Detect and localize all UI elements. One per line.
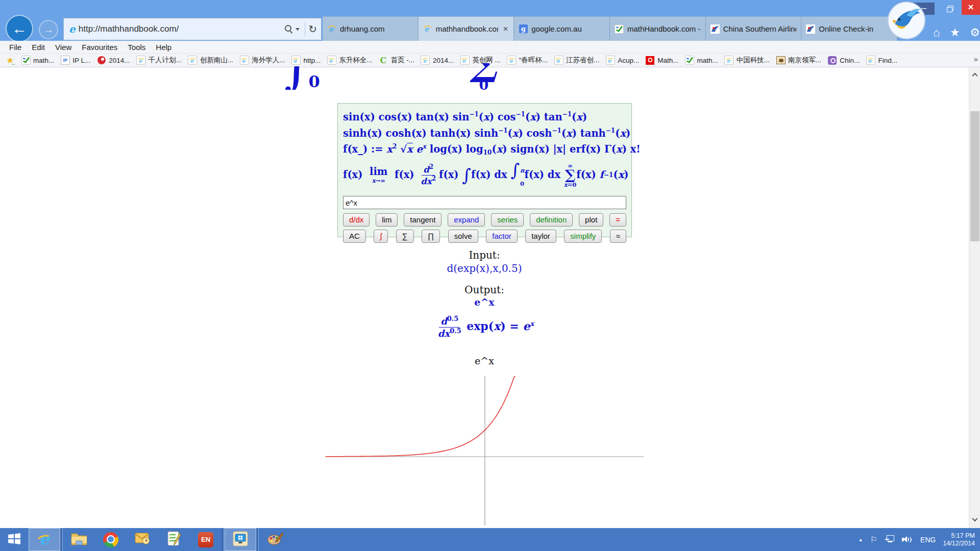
ie-taskbar-button[interactable]: e [29,528,60,551]
paint-taskbar-button[interactable] [259,528,291,551]
tab-label: China Southern Airline... [723,24,797,33]
tab-close-icon[interactable]: × [502,24,509,34]
notes-taskbar-button[interactable] [158,528,190,551]
scroll-up-arrow[interactable] [969,70,980,80]
ie-doc-icon: e [724,56,734,65]
url-text[interactable]: http://mathhandbook.com/ [79,24,283,34]
search-dropdown-icon[interactable] [296,28,300,31]
scroll-thumb[interactable] [970,111,979,241]
calc-button-∑[interactable]: ∑ [396,230,414,243]
favorite-item-14[interactable]: e江苏省创... [551,56,602,65]
favorite-item-4[interactable]: 2014... [93,56,133,65]
favorite-item-11[interactable]: e2014... [418,56,457,65]
favorite-item-1[interactable]: ★→ [2,56,18,65]
ie-doc-icon: e [421,56,430,65]
favorite-label: 东升杯全... [339,56,372,65]
tab-4[interactable]: mathHandbook.com -... [610,16,706,41]
favorite-item-19[interactable]: 南京领军... [773,56,824,65]
menu-view[interactable]: View [50,43,77,52]
chrome-taskbar-button[interactable] [95,528,127,551]
expression-input[interactable]: e^x [343,196,626,209]
favorite-label: 创新南山... [200,56,233,65]
calc-button-∏[interactable]: ∏ [422,230,440,243]
clock-date: 14/12/2014 [943,540,975,547]
calc-button-≈[interactable]: ≈ [610,230,626,243]
menu-favourites[interactable]: Favourites [77,43,122,52]
favorite-item-15[interactable]: eAcup... [602,56,642,65]
tab-3[interactable]: ggoogle.com.au [514,16,610,41]
refresh-icon[interactable]: ↻ [308,24,317,34]
favorite-item-3[interactable]: iPIP L... [57,56,93,65]
calc-button-=[interactable]: = [609,213,626,227]
calc-button-∫[interactable]: ∫ [374,230,388,243]
close-button[interactable]: × [962,0,980,15]
endnote-taskbar-button[interactable]: EN [190,528,222,551]
calc-button-taylor[interactable]: taylor [525,230,556,243]
menu-file[interactable]: File [4,43,27,52]
tab-label: mathhandbook.com [436,24,499,33]
mathtool-icon [21,56,31,65]
menu-tools[interactable]: Tools [122,43,151,52]
favorite-item-2[interactable]: math... [18,56,57,65]
calc-button-simplify[interactable]: simplify [564,230,602,243]
clock[interactable]: 5:17 PM 14/12/2014 [943,532,975,547]
favorite-item-20[interactable]: Chin... [824,56,863,65]
favorite-item-18[interactable]: e中国科技... [721,56,773,65]
favorite-item-13[interactable]: e“春晖杯... [504,56,551,65]
start-taskbar-button[interactable] [0,528,29,551]
calc-button-series[interactable]: series [491,213,524,227]
favorite-item-6[interactable]: e创新南山... [185,56,236,65]
action-center-flag-icon[interactable]: ⚐ [870,535,877,544]
menu-edit[interactable]: Edit [27,43,50,52]
favorite-item-5[interactable]: e千人计划... [133,56,185,65]
forward-button[interactable]: → [39,20,58,39]
search-icon[interactable] [284,24,293,34]
network-icon[interactable] [885,535,895,544]
menu-help[interactable]: Help [151,43,177,52]
math-reference-line-2: sinh(x) cosh(x) tanh(x) sinh−1(x) cosh−1… [343,124,626,140]
favorite-label: 2014... [109,57,130,64]
calc-button-expand[interactable]: expand [448,213,485,227]
back-button[interactable]: ← [6,15,33,42]
tray-chevron-icon[interactable]: ▲ [859,537,863,542]
favorite-label: math... [33,57,54,64]
scroll-down-arrow[interactable] [969,515,980,524]
calc-button-AC[interactable]: AC [343,230,366,243]
outlook-taskbar-button[interactable] [127,528,158,551]
scrollbar[interactable] [969,67,980,528]
favorites-star-icon[interactable]: ★ [950,27,960,38]
gear-icon[interactable]: ⚙ [970,27,980,38]
home-icon[interactable]: ⌂ [933,27,940,38]
green-c-icon: C [378,56,388,65]
explorer-taskbar-button[interactable] [63,528,95,551]
calc-button-plot[interactable]: plot [579,213,603,227]
address-bar[interactable]: e http://mathhandbook.com/ ↻ [63,18,322,40]
ie-doc-icon: e [188,56,198,65]
calc-button-d/dx[interactable]: d/dx [343,213,370,227]
tab-2[interactable]: emathhandbook.com× [419,16,514,41]
calc-button-tangent[interactable]: tangent [404,213,442,227]
google-favicon-icon: g [519,24,528,34]
tab-5[interactable]: China Southern Airline... [706,16,802,41]
calc-button-lim[interactable]: lim [376,213,398,227]
calc-button-solve[interactable]: solve [448,230,478,243]
language-indicator[interactable]: ENG [920,536,936,544]
favorite-item-7[interactable]: e海外学人... [236,56,288,65]
calc-button-factor[interactable]: factor [486,230,518,243]
exp-curve [326,377,516,457]
button-row-2: AC∫∑∏solvefactortaylorsimplify≈ [343,230,626,243]
restore-button[interactable] [939,3,961,15]
tab-1[interactable]: edrhuang.com [323,16,419,41]
remote-desktop-taskbar-button[interactable] [225,528,256,551]
calc-button-definition[interactable]: definition [530,213,573,227]
favorite-item-17[interactable]: math... [682,56,721,65]
tab-6[interactable]: Online Check-in [801,16,897,41]
volume-icon[interactable] [902,535,913,544]
favorite-item-10[interactable]: C首页 -... [375,56,418,65]
favorite-item-8[interactable]: ehttp... [288,56,324,65]
favorite-item-21[interactable]: eFind... [863,56,900,65]
ie-page-icon: e [69,23,76,35]
favorite-item-9[interactable]: e东升杯全... [324,56,375,65]
favorite-item-16[interactable]: OMath... [642,56,681,65]
favorites-overflow-chevron[interactable]: » [974,55,978,63]
